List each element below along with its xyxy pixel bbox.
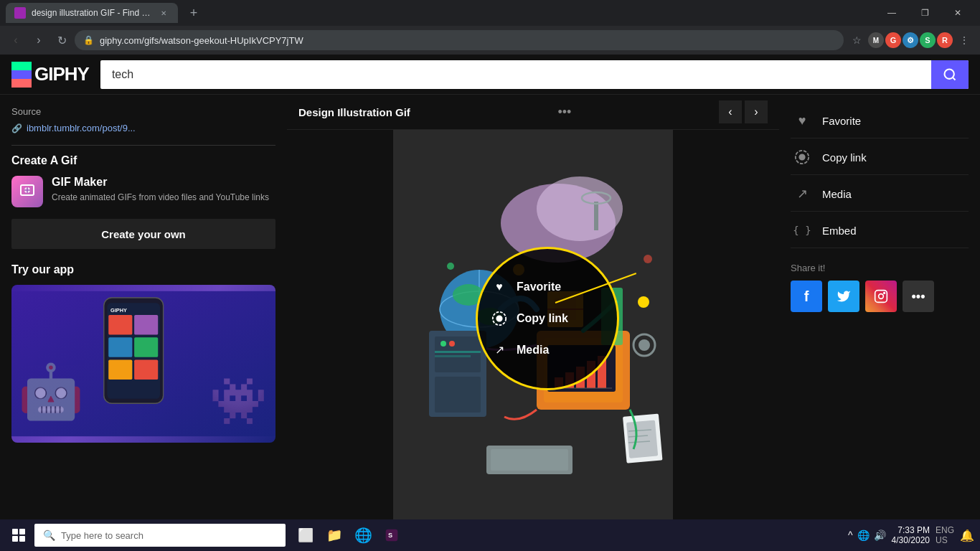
overlay-favorite-item[interactable]: ♥ Favorite — [478, 274, 617, 300]
notification-chevron[interactable]: ^ — [848, 529, 853, 541]
gif-more-button[interactable]: ••• — [557, 105, 571, 120]
overlay-favorite-icon: ♥ — [489, 277, 509, 297]
center-area: Design Illustration Gif ••• ‹ › — [287, 95, 779, 551]
refresh-button[interactable]: ↻ — [52, 30, 72, 50]
extension-icon-2[interactable]: G — [885, 32, 901, 48]
action-favorite[interactable]: ♥ Favorite — [791, 103, 969, 138]
extension-icon-3[interactable]: ⚙ — [903, 32, 918, 48]
giphy-search-button[interactable] — [931, 60, 969, 89]
taskbar-chrome[interactable]: 🌐 — [352, 524, 374, 547]
gif-maker-box: GIF Maker Create animated GIFs from vide… — [11, 176, 275, 207]
overlay-copylink-label: Copy link — [517, 312, 568, 325]
toolbar-actions: ☆ M G ⚙ S R ⋮ — [847, 30, 974, 50]
svg-text:S: S — [388, 532, 392, 539]
extension-icon-1[interactable]: M — [868, 32, 884, 48]
overlay-media-label: Media — [517, 344, 549, 357]
clock[interactable]: 7:33 PM 4/30/2020 — [892, 525, 930, 545]
browser-toolbar: ‹ › ↻ 🔒 giphy.com/gifs/watson-geekout-HU… — [0, 26, 980, 55]
extensions-menu-icon[interactable]: ⋮ — [954, 30, 974, 50]
svg-point-61 — [496, 316, 501, 321]
taskbar-file-manager[interactable]: 📁 — [323, 524, 346, 547]
share-more-button[interactable]: ••• — [903, 281, 934, 312]
taskbar-search-bar[interactable]: 🔍 Type here to search — [34, 524, 286, 547]
svg-rect-1 — [11, 70, 32, 79]
svg-rect-15 — [134, 359, 158, 380]
action-list: ♥ Favorite Copy link ↗ Media — [791, 103, 969, 248]
minimize-button[interactable]: — — [875, 0, 908, 26]
favorite-label: Favorite — [822, 115, 861, 127]
media-label: Media — [822, 188, 852, 200]
taskbar-search-icon: 🔍 — [43, 529, 55, 541]
lock-icon: 🔒 — [83, 35, 94, 45]
bookmark-star-icon[interactable]: ☆ — [847, 30, 867, 50]
create-own-button[interactable]: Create your own — [11, 219, 275, 249]
start-button[interactable] — [6, 522, 32, 548]
svg-point-20 — [537, 176, 623, 241]
overlay-copylink-item[interactable]: Copy link — [478, 306, 617, 331]
favorite-icon: ♥ — [791, 109, 814, 132]
svg-rect-40 — [435, 377, 481, 413]
start-icon — [12, 529, 25, 542]
svg-rect-14 — [108, 359, 132, 380]
overlay-copylink-icon — [489, 309, 509, 329]
forward-button[interactable]: › — [29, 30, 49, 50]
app-preview: GIPHY 🤖 👾 — [11, 285, 275, 443]
volume-icon[interactable]: 🔊 — [874, 529, 886, 541]
svg-rect-12 — [108, 337, 132, 357]
action-copylink[interactable]: Copy link — [791, 140, 969, 175]
taskbar-search-text: Type here to search — [61, 530, 143, 541]
source-link-text: ibmblr.tumblr.com/post/9... — [27, 123, 136, 133]
create-gif-title: Create A Gif — [11, 154, 275, 167]
tab-close-button[interactable]: ✕ — [158, 7, 169, 19]
maximize-button[interactable]: ❐ — [908, 0, 941, 26]
new-tab-button[interactable]: + — [184, 3, 204, 23]
window-controls: — ❐ ✕ — [875, 0, 974, 26]
svg-text:👾: 👾 — [209, 374, 268, 428]
action-media[interactable]: ↗ Media — [791, 176, 969, 212]
share-twitter-button[interactable] — [828, 281, 859, 312]
svg-rect-51 — [626, 420, 658, 458]
browser-tab[interactable]: design illustration GIF - Find & S ✕ — [6, 3, 178, 23]
network-icon[interactable]: 🌐 — [857, 529, 870, 541]
taskbar-icons: ⬜ 📁 🌐 S — [294, 524, 403, 547]
giphy-search-bar[interactable] — [100, 60, 969, 89]
taskbar-slack[interactable]: S — [380, 524, 403, 547]
overlay-media-item[interactable]: ↗ Media — [478, 337, 617, 363]
svg-rect-44 — [435, 355, 471, 357]
logo-text: GIPHY — [34, 63, 89, 85]
giphy-search-input[interactable] — [100, 68, 931, 81]
svg-rect-10 — [108, 315, 132, 335]
action-embed[interactable]: { } Embed — [791, 213, 969, 248]
close-button[interactable]: ✕ — [941, 0, 974, 26]
try-app-title: Try our app — [11, 263, 275, 276]
embed-icon: { } — [791, 219, 814, 242]
taskbar-task-view[interactable]: ⬜ — [294, 524, 317, 547]
gif-nav: ‹ › — [719, 100, 768, 123]
back-button[interactable]: ‹ — [6, 30, 26, 50]
share-facebook-button[interactable]: f — [791, 281, 822, 312]
taskbar: 🔍 Type here to search ⬜ 📁 🌐 S ^ 🌐 🔊 7:33… — [0, 519, 980, 551]
notification-center-icon[interactable]: 🔔 — [960, 529, 974, 542]
svg-point-42 — [449, 341, 455, 347]
language-region: ENG US — [936, 525, 954, 545]
gif-maker-icon — [11, 176, 43, 207]
extension-icon-4[interactable]: S — [920, 32, 936, 48]
share-label: Share it! — [791, 263, 969, 273]
gif-prev-button[interactable]: ‹ — [719, 100, 742, 123]
svg-point-41 — [440, 341, 446, 347]
address-bar[interactable]: 🔒 giphy.com/gifs/watson-geekout-HUpIkVCP… — [75, 30, 844, 50]
taskbar-right: ^ 🌐 🔊 7:33 PM 4/30/2020 ENG US 🔔 — [848, 525, 974, 545]
share-instagram-button[interactable] — [865, 281, 897, 312]
giphy-logo[interactable]: GIPHY — [11, 62, 89, 88]
svg-point-3 — [945, 69, 954, 78]
svg-rect-49 — [491, 449, 568, 471]
gif-next-button[interactable]: › — [745, 100, 768, 123]
overlay-menu: ♥ Favorite Copy link ↗ — [476, 247, 619, 390]
overlay-favorite-label: Favorite — [517, 281, 561, 293]
source-link[interactable]: 🔗 ibmblr.tumblr.com/post/9... — [11, 123, 275, 133]
svg-point-57 — [447, 263, 454, 270]
tab-favicon — [14, 7, 26, 19]
left-sidebar: Source 🔗 ibmblr.tumblr.com/post/9... Cre… — [0, 95, 287, 551]
main-layout: Source 🔗 ibmblr.tumblr.com/post/9... Cre… — [0, 95, 980, 551]
extension-icon-5[interactable]: R — [937, 32, 953, 48]
